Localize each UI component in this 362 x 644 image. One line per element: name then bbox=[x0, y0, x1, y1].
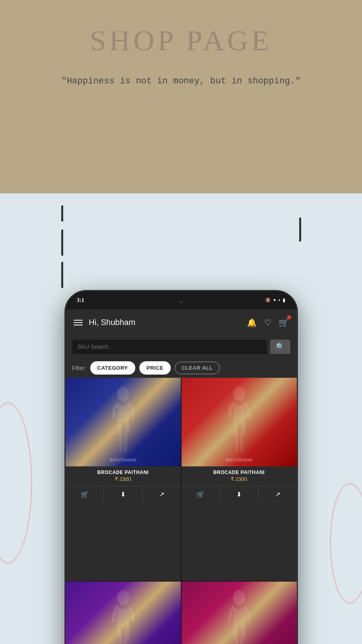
svg-point-9 bbox=[233, 590, 245, 605]
search-icon: 🔍 bbox=[276, 342, 285, 351]
phone-frame: 3:1 🔇 ▾ ▪ ▮ Hi, Shubham 🔔 bbox=[64, 290, 298, 644]
product-watermark-2: SHIVSHAHI bbox=[225, 458, 252, 462]
product-watermark-1: SHIVSHAHI bbox=[109, 458, 137, 462]
search-input[interactable] bbox=[72, 340, 267, 354]
signal-icon: ▪ bbox=[278, 297, 280, 303]
svg-rect-8 bbox=[124, 638, 127, 644]
svg-rect-7 bbox=[119, 638, 122, 644]
product-card: SHIVSHAHI BROCADE PAITHANI ₹ 2300 🛒 ⬇ ↗ bbox=[182, 378, 297, 581]
filter-label: Filter: bbox=[72, 365, 86, 371]
status-icons: 🔇 ▾ ▪ ▮ bbox=[265, 297, 285, 303]
share-button-2[interactable]: ↗ bbox=[259, 487, 297, 502]
product-card: SHIVSHAHI BROCADE PAITHANI ₹ 2300 bbox=[66, 582, 181, 644]
app-screen: Hi, Shubham 🔔 ♡ 🛒 🔍 Fil bbox=[66, 309, 297, 644]
product-name-1: BROCADE PAITHANI bbox=[70, 470, 177, 475]
product-actions-2: 🛒 ⬇ ↗ bbox=[182, 486, 297, 502]
product-card: SHIVSHAHI BROCADE PAITHANI ₹ 2300 🛒 ⬇ ↗ bbox=[66, 378, 181, 581]
add-to-cart-button-1[interactable]: 🛒 bbox=[66, 487, 104, 502]
product-card: SHIVSHAHI BROCADE PAITHANI ₹ 2300 bbox=[182, 582, 297, 644]
svg-rect-4 bbox=[235, 434, 238, 452]
header-icons: 🔔 ♡ 🛒 bbox=[247, 318, 289, 327]
products-grid: SHIVSHAHI BROCADE PAITHANI ₹ 2300 🛒 ⬇ ↗ bbox=[66, 378, 297, 644]
price-filter-button[interactable]: PRICE bbox=[139, 361, 171, 375]
product-price-1: ₹ 2300 bbox=[70, 476, 177, 482]
product-actions-1: 🛒 ⬇ ↗ bbox=[66, 486, 181, 502]
phone-notch bbox=[153, 291, 209, 301]
cart-badge bbox=[287, 315, 291, 319]
app-header: Hi, Shubham 🔔 ♡ 🛒 bbox=[66, 309, 297, 335]
wishlist-heart-icon[interactable]: ♡ bbox=[264, 318, 271, 327]
hamburger-menu-button[interactable] bbox=[74, 320, 83, 325]
filter-bar: Filter: CATEGORY PRICE CLEAR ALL bbox=[66, 358, 297, 378]
mannequin-silhouette bbox=[66, 582, 181, 644]
svg-point-6 bbox=[117, 590, 129, 605]
product-image-4: SHIVSHAHI bbox=[182, 582, 297, 644]
wifi-icon: ▾ bbox=[273, 297, 276, 303]
category-filter-button[interactable]: CATEGORY bbox=[90, 361, 135, 375]
product-info-2: BROCADE PAITHANI ₹ 2300 bbox=[182, 466, 297, 484]
product-name-2: BROCADE PAITHANI bbox=[186, 470, 293, 475]
search-button[interactable]: 🔍 bbox=[270, 340, 290, 354]
phone-volume-down-button bbox=[61, 262, 63, 288]
page-title: SHOP PAGE bbox=[0, 24, 362, 58]
battery-icon: ▮ bbox=[283, 297, 285, 303]
svg-point-3 bbox=[233, 387, 245, 401]
status-time: 3:1 bbox=[77, 297, 85, 304]
share-button-1[interactable]: ↗ bbox=[143, 487, 181, 502]
phone-volume-up-button bbox=[61, 230, 63, 256]
search-container: 🔍 bbox=[66, 335, 297, 358]
mannequin-silhouette bbox=[182, 378, 297, 466]
phone-silent-button bbox=[61, 205, 63, 222]
cart-icon[interactable]: 🛒 bbox=[279, 318, 289, 327]
clear-all-filter-button[interactable]: CLEAR ALL bbox=[175, 362, 220, 374]
mute-icon: 🔇 bbox=[265, 297, 271, 303]
svg-rect-1 bbox=[119, 434, 122, 452]
notification-bell-icon[interactable]: 🔔 bbox=[247, 318, 257, 327]
product-info-1: BROCADE PAITHANI ₹ 2300 bbox=[66, 466, 181, 484]
svg-rect-11 bbox=[240, 638, 243, 644]
page-quote: "Happiness is not in money, but in shopp… bbox=[24, 75, 338, 88]
mannequin-silhouette bbox=[182, 582, 297, 644]
svg-rect-2 bbox=[124, 434, 127, 452]
product-image-3: SHIVSHAHI bbox=[66, 582, 181, 644]
app-greeting: Hi, Shubham bbox=[89, 318, 240, 327]
download-button-2[interactable]: ⬇ bbox=[220, 487, 259, 502]
svg-rect-5 bbox=[240, 434, 243, 452]
product-image-1: SHIVSHAHI bbox=[66, 378, 181, 466]
svg-rect-10 bbox=[235, 638, 238, 644]
product-image-2: SHIVSHAHI bbox=[182, 378, 297, 466]
phone-power-button bbox=[299, 217, 301, 242]
svg-point-0 bbox=[117, 387, 129, 401]
download-button-1[interactable]: ⬇ bbox=[104, 487, 143, 502]
mannequin-silhouette bbox=[66, 378, 181, 466]
product-price-2: ₹ 2300 bbox=[186, 476, 293, 482]
add-to-cart-button-2[interactable]: 🛒 bbox=[182, 487, 220, 502]
